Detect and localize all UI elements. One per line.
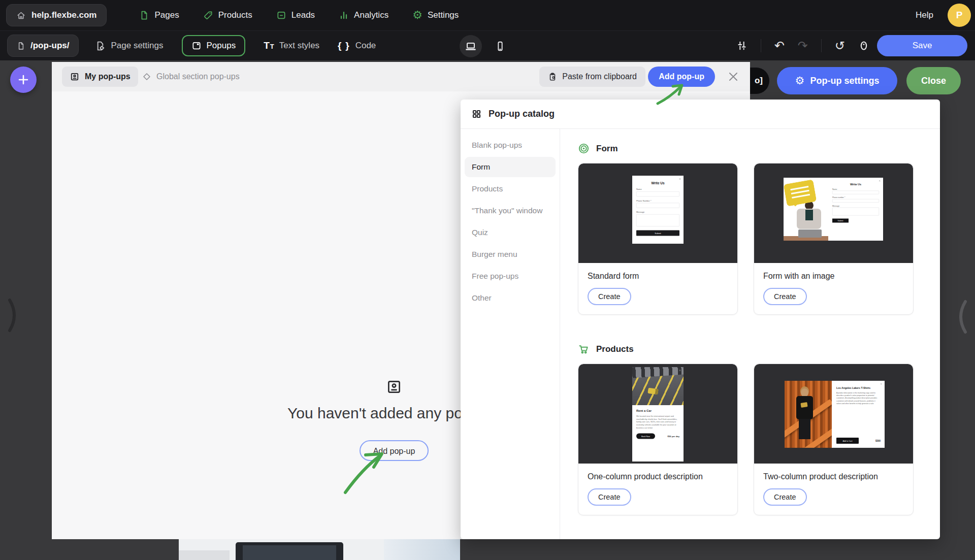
mini-field-label: Name <box>636 188 679 191</box>
nav-label: Settings <box>428 10 459 20</box>
create-button[interactable]: Create <box>588 488 631 506</box>
next-page-handle[interactable] <box>957 299 969 335</box>
divider <box>821 39 822 52</box>
catalog-sidebar: Blank pop-ups Form Products "Thank you" … <box>461 129 560 539</box>
sidebar-item-thank-you[interactable]: "Thank you" window <box>461 200 560 221</box>
card-title: Two-column product description <box>763 472 904 481</box>
tab-label: Popups <box>207 41 236 51</box>
mini-submit-button: Submit <box>832 219 849 223</box>
redo-icon[interactable]: ↷ <box>798 40 808 52</box>
sidebar-item-free-popups[interactable]: Free pop-ups <box>461 265 560 287</box>
mini-product-title: Rent a Car <box>636 409 679 412</box>
tab-page-settings[interactable]: Page settings <box>95 41 163 51</box>
clipboard-icon <box>548 72 557 81</box>
tab-my-popups[interactable]: My pop-ups <box>62 67 138 87</box>
mini-form-with-image: Write Us Name Phone number * Message Sub… <box>784 178 883 241</box>
main-nav: Pages Products Leads Analytics <box>139 10 459 21</box>
nav-products[interactable]: Products <box>203 10 252 21</box>
mini-submit-button: Submit <box>636 230 679 236</box>
close-icon <box>679 370 681 372</box>
tab-popups[interactable]: Popups <box>182 35 246 56</box>
tab-code[interactable]: { } Code <box>338 40 376 51</box>
nav-leads[interactable]: Leads <box>276 10 315 21</box>
mini-input <box>636 191 679 196</box>
history-icon[interactable]: ↺ <box>835 40 845 52</box>
tab-text-styles[interactable]: TT Text styles <box>264 40 319 51</box>
grid-icon <box>471 109 482 119</box>
cart-icon <box>578 343 590 355</box>
template-card-standard-form: Write Us Name Phone Number * Message Sub… <box>578 163 738 315</box>
template-preview: Write Us Name Phone Number * Message Sub… <box>578 163 737 263</box>
paste-from-clipboard-button[interactable]: Paste from clipboard <box>539 67 645 87</box>
page-settings-icon <box>95 41 106 51</box>
nav-analytics[interactable]: Analytics <box>339 10 388 21</box>
mini-product-description: A product description is the marketing c… <box>836 391 881 405</box>
avatar[interactable]: P <box>948 4 971 27</box>
photo-laptop-screen <box>243 545 336 560</box>
tab-global-popups[interactable]: Global section pop-ups <box>142 67 240 87</box>
sidebar-item-other[interactable]: Other <box>461 287 560 309</box>
close-icon <box>881 383 883 385</box>
page-icon <box>139 10 149 20</box>
text-styles-icon: TT <box>264 40 274 51</box>
mobile-view-button[interactable] <box>489 35 511 57</box>
mini-photo-woman-sign <box>784 178 828 241</box>
mini-input <box>832 199 879 203</box>
add-section-button[interactable] <box>10 67 37 93</box>
home-icon <box>16 11 26 20</box>
desktop-view-button[interactable] <box>460 35 482 57</box>
photo-desk <box>179 550 230 560</box>
popup-icon <box>191 41 202 51</box>
products-cards-row: Rent a Car We located near the internati… <box>578 364 940 515</box>
tab-label: Page settings <box>111 41 163 51</box>
card-title: Form with an image <box>763 272 904 281</box>
popup-settings-button[interactable]: ⚙ Pop-up settings <box>777 67 897 94</box>
mini-textarea <box>636 214 679 226</box>
prev-page-handle[interactable] <box>6 297 18 334</box>
divider <box>761 39 761 52</box>
section-products-header: Products <box>578 343 940 355</box>
page-section-photo <box>179 539 460 560</box>
add-popup-button[interactable]: Add pop-up <box>648 67 715 87</box>
photo-background <box>384 539 460 560</box>
tune-icon[interactable] <box>736 40 748 51</box>
mini-field-label: Name <box>832 188 879 190</box>
card-title: One-column product description <box>588 472 728 481</box>
gear-icon: ⚙ <box>412 10 422 21</box>
mini-field-label: Message <box>832 205 879 207</box>
create-button[interactable]: Create <box>763 488 807 506</box>
nav-label: Analytics <box>354 10 388 20</box>
flexbe-editor: help.flexbe.com Pages Products Leads <box>0 0 975 560</box>
person-card-icon <box>70 72 80 82</box>
preview-eye-icon[interactable] <box>858 40 869 51</box>
sidebar-item-blank-popups[interactable]: Blank pop-ups <box>461 134 560 156</box>
partial-pill-text: o] <box>755 76 763 86</box>
undo-icon[interactable]: ↶ <box>774 40 785 52</box>
page-path-button[interactable]: /pop-ups/ <box>7 35 79 57</box>
sidebar-item-burger-menu[interactable]: Burger menu <box>461 243 560 265</box>
catalog-content: Form Write Us Name <box>560 129 940 539</box>
mini-field-label: Message <box>636 211 679 214</box>
nav-settings[interactable]: ⚙ Settings <box>412 10 459 21</box>
save-button[interactable]: Save <box>877 35 967 56</box>
empty-add-popup-button[interactable]: Add pop-up <box>360 440 429 461</box>
sidebar-item-products[interactable]: Products <box>461 178 560 200</box>
tab-label: My pop-ups <box>85 72 131 81</box>
nav-pages[interactable]: Pages <box>139 10 179 21</box>
site-button[interactable]: help.flexbe.com <box>6 4 107 26</box>
mini-input <box>832 191 879 194</box>
popup-catalog-panel: Pop-up catalog Blank pop-ups Form Produc… <box>461 100 940 539</box>
close-editor-button[interactable]: Close <box>906 67 961 94</box>
tab-label: Text styles <box>279 41 319 51</box>
tab-label: Global section pop-ups <box>156 72 240 81</box>
close-icon[interactable] <box>727 70 740 83</box>
gear-icon: ⚙ <box>795 76 805 86</box>
create-button[interactable]: Create <box>763 288 807 305</box>
sidebar-item-quiz[interactable]: Quiz <box>461 221 560 243</box>
sidebar-item-form[interactable]: Form <box>465 157 556 177</box>
form-cards-row: Write Us Name Phone Number * Message Sub… <box>578 163 940 315</box>
close-icon <box>879 180 881 182</box>
create-button[interactable]: Create <box>588 288 631 305</box>
target-icon <box>578 143 590 154</box>
help-link[interactable]: Help <box>916 10 933 20</box>
